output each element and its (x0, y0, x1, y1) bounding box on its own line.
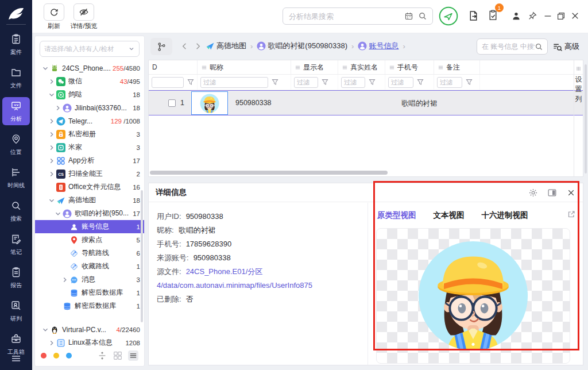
breadcrumb-item[interactable]: 歌唱的衬裙(950980338) (257, 41, 347, 51)
column-header[interactable]: 显示名 (291, 60, 338, 74)
tree-item[interactable]: 鸽哒18 (35, 88, 144, 101)
filter-input[interactable] (152, 77, 184, 88)
tree-item[interactable]: 账号信息1 (35, 220, 144, 233)
sidebar-item-analysis[interactable]: 分析 (2, 97, 30, 125)
tree-scrollbar[interactable] (141, 190, 143, 322)
column-header[interactable]: 真实姓名 (338, 60, 385, 74)
tree-item[interactable]: 解密后数据库1 (35, 286, 144, 299)
tree-item[interactable]: 私密相册3 (35, 128, 144, 141)
chevron-down-icon[interactable] (48, 196, 56, 205)
chevron-down-icon[interactable] (41, 326, 49, 334)
tree-item[interactable]: 搜索点5 (35, 233, 144, 246)
sidebar-item-files[interactable]: 文件 (2, 64, 30, 92)
column-header[interactable]: 昵称 (198, 60, 291, 74)
sidebar-item-notes[interactable]: 笔记 (2, 230, 30, 259)
red-dot-filter[interactable] (41, 353, 47, 359)
chevron-right-icon[interactable] (54, 104, 62, 112)
chevron-down-icon[interactable] (48, 91, 56, 99)
tree-item[interactable]: CS扫描全能王2 (35, 167, 144, 180)
filter-input[interactable] (200, 77, 268, 88)
share-button-icon[interactable] (439, 6, 458, 26)
search-icon[interactable] (535, 43, 543, 51)
forward-icon[interactable] (194, 42, 202, 51)
funnel-icon[interactable] (368, 78, 376, 86)
column-header[interactable]: D (149, 60, 198, 74)
tree-item[interactable]: Jilinbai(633760...18 (35, 101, 144, 114)
chevron-right-icon[interactable] (48, 78, 56, 86)
in-tab-search-input[interactable] (477, 43, 535, 51)
preview-tab[interactable]: 文本视图 (434, 210, 465, 221)
tree-item[interactable]: Telegr...129 /1008 (35, 114, 144, 128)
preview-toggle-button[interactable] (74, 3, 94, 21)
source-file-link[interactable]: 24CS_Phone.E01/分区 (186, 267, 263, 276)
export-icon[interactable] (467, 10, 479, 22)
table-vertical-scrollbar[interactable] (585, 64, 587, 174)
advanced-search-button[interactable]: 高级 (552, 38, 579, 55)
tree-item[interactable]: 歌唱的衬裙(950...17 (35, 207, 144, 220)
blue-dot-filter[interactable] (66, 353, 72, 359)
search-icon[interactable] (418, 11, 427, 21)
list-view-icon[interactable] (128, 350, 138, 361)
preview-tab[interactable]: 十六进制视图 (482, 210, 528, 221)
funnel-icon[interactable] (321, 78, 329, 86)
close-details-icon[interactable] (566, 188, 576, 198)
chevron-right-icon[interactable] (48, 157, 56, 165)
chevron-down-icon[interactable] (41, 64, 49, 72)
filter-input[interactable] (388, 77, 413, 88)
filter-input[interactable] (294, 77, 318, 88)
column-header[interactable]: 手机号 (385, 60, 434, 74)
tree-item[interactable]: 24CS_Phone....255/4580 (35, 61, 144, 75)
yellow-dot-filter[interactable] (53, 353, 59, 359)
sidebar-item-location[interactable]: 位置 (2, 130, 30, 159)
sidebar-item-report[interactable]: 报告 (2, 264, 30, 292)
tree-item[interactable]: App分析17 (35, 154, 144, 167)
maximize-icon[interactable] (556, 11, 566, 21)
refresh-button[interactable] (44, 3, 64, 21)
filter-input[interactable] (437, 77, 462, 88)
column-settings-strip[interactable]: 设置列 (574, 60, 583, 176)
tree-item[interactable]: 高德地图18 (35, 194, 144, 207)
chevron-right-icon[interactable] (61, 276, 69, 284)
chevron-right-icon[interactable] (48, 130, 56, 138)
tree-item[interactable]: 收藏路线1 (35, 260, 144, 273)
avatar-cell[interactable] (191, 91, 228, 115)
tree-item[interactable]: Virtural-PC.v...4/22460 (35, 323, 144, 336)
preview-tab[interactable]: 原类型视图 (377, 210, 416, 221)
chevron-right-icon[interactable] (48, 170, 56, 178)
breadcrumb-item[interactable]: 高德地图 (206, 41, 246, 51)
global-search-input[interactable] (283, 12, 404, 21)
holder-select[interactable] (40, 41, 140, 57)
open-external-icon[interactable] (567, 210, 576, 219)
funnel-icon[interactable] (187, 78, 195, 86)
tree-item[interactable]: Office文件元信息16 (35, 180, 144, 194)
column-header[interactable]: 备注 (434, 60, 480, 74)
calendar-icon[interactable] (404, 11, 413, 21)
tree-item[interactable]: 米家3 (35, 141, 144, 154)
minimize-icon[interactable] (543, 11, 553, 21)
gear-icon[interactable] (528, 188, 538, 198)
tree-item[interactable]: 消息3 (35, 273, 144, 286)
source-file-link-line2[interactable]: 4/data/com.autonavi.minimap/files/UserIn… (157, 279, 358, 292)
sidebar-item-search[interactable]: 搜索 (2, 197, 30, 225)
chevron-right-icon[interactable] (48, 117, 56, 125)
grid-view-icon[interactable] (113, 350, 123, 361)
sidebar-item-timeline[interactable]: 时间线 (2, 164, 30, 192)
row-checkbox[interactable] (168, 99, 176, 107)
tree-item[interactable]: 导航路线6 (35, 246, 144, 260)
tree-item[interactable]: 解密后数据库1 (35, 299, 144, 313)
tree-view-button[interactable] (150, 38, 172, 55)
pin-icon[interactable] (527, 11, 537, 21)
sidebar-item-judge[interactable]: 研判 (2, 297, 30, 325)
funnel-icon[interactable] (416, 78, 424, 86)
breadcrumb-item[interactable]: 账号信息 (358, 41, 399, 51)
holder-select-input[interactable] (44, 45, 128, 52)
chevron-right-icon[interactable] (48, 144, 56, 152)
panel-layout-icon[interactable] (547, 188, 557, 198)
split-view-icon[interactable] (97, 350, 107, 361)
close-icon[interactable] (570, 10, 581, 21)
back-icon[interactable] (180, 42, 189, 51)
tree-item[interactable]: 微信43/495 (35, 75, 144, 88)
funnel-icon[interactable] (271, 78, 279, 86)
sidebar-item-case[interactable]: 案件 (2, 30, 30, 59)
horizontal-scrollbar[interactable] (150, 171, 388, 175)
